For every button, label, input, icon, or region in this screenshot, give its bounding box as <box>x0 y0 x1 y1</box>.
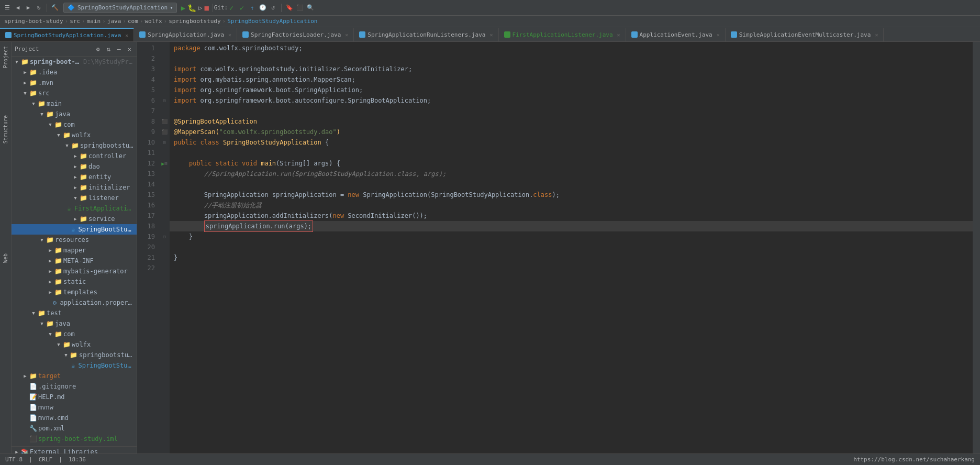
tree-help-md[interactable]: ▶ 📝 HELP.md <box>12 392 137 402</box>
tree-idea[interactable]: ▶ 📁 .idea <box>12 67 137 78</box>
initializer-folder-icon: 📁 <box>80 184 87 191</box>
tab-springbootstudyapplication[interactable]: SpringBootStudyApplication.java ✕ <box>0 28 134 41</box>
project-settings-icon[interactable]: ⚙ <box>94 45 102 53</box>
tab-close-0[interactable]: ✕ <box>125 32 128 38</box>
back-icon[interactable]: ◀ <box>14 4 22 12</box>
tab-close-5[interactable]: ✕ <box>717 32 720 38</box>
tree-static[interactable]: ▶ 📁 static <box>12 276 137 287</box>
tree-test-java[interactable]: ▼ 📁 java <box>12 318 137 329</box>
tree-root[interactable]: ▼ 📁 spring-boot-study D:\MyStudyProject <box>12 57 137 67</box>
tree-iml[interactable]: ▶ ⬛ spring-boot-study.iml <box>12 434 137 444</box>
tree-mybatis-gen[interactable]: ▶ 📁 mybatis-generator <box>12 266 137 276</box>
tree-springbootstudyapp[interactable]: ▶ ☕ SpringBootStudy... <box>12 224 137 235</box>
tab-close-4[interactable]: ✕ <box>617 32 620 38</box>
menu-icon[interactable]: ☰ <box>3 4 12 12</box>
tab-close-2[interactable]: ✕ <box>345 32 348 38</box>
tree-dao[interactable]: ▶ 📁 dao <box>12 161 137 172</box>
run-button[interactable]: ▶ <box>181 4 185 12</box>
project-close-icon[interactable]: ✕ <box>125 45 133 53</box>
tree-mvnw-cmd[interactable]: ▶ 📄 mvnw.cmd <box>12 413 137 423</box>
fold-btn-10[interactable]: ⊟ <box>163 140 165 145</box>
tree-main[interactable]: ▼ 📁 main <box>12 98 137 109</box>
project-gear-icon[interactable]: ⇅ <box>104 45 113 53</box>
testjava-folder-icon: 📁 <box>46 320 53 327</box>
tree-test-sbsapp[interactable]: ▶ ☕ SpringBootStudy... <box>12 360 137 371</box>
git-check2[interactable]: ✓ <box>238 4 246 12</box>
forward-icon[interactable]: ▶ <box>24 4 32 12</box>
tab-springapplicationrunlisteners[interactable]: SpringApplicationRunListeners.java ✕ <box>354 28 498 41</box>
project-more-icon[interactable]: — <box>115 45 123 53</box>
tree-test-wolfx[interactable]: ▼ 📁 wolfx <box>12 339 137 350</box>
git-arrow[interactable]: ↑ <box>248 4 257 12</box>
tree-com[interactable]: ▼ 📁 com <box>12 119 137 130</box>
tab-springapplication[interactable]: SpringApplication.java ✕ <box>134 28 237 41</box>
editor-scrollbar-right[interactable] <box>973 42 980 453</box>
tree-templates[interactable]: ▶ 📁 templates <box>12 287 137 297</box>
breadcrumb-java[interactable]: java <box>107 18 121 25</box>
code-line-10: public class SpringBootStudyApplication … <box>170 137 973 148</box>
linenum-12: 12 <box>137 158 155 169</box>
tree-wolfx[interactable]: ▼ 📁 wolfx <box>12 130 137 140</box>
breadcrumb-root[interactable]: spring-boot-study <box>4 18 63 25</box>
tree-meta-inf[interactable]: ▶ 📁 META-INF <box>12 256 137 266</box>
build-icon[interactable]: 🔨 <box>51 4 59 12</box>
tree-service[interactable]: ▶ 📁 service <box>12 214 137 224</box>
tab-icon-0 <box>5 32 12 38</box>
tree-label-testcom: com <box>63 330 75 338</box>
fold-btn-6[interactable]: ⊟ <box>163 98 165 103</box>
tree-arrow-test: ▼ <box>30 310 37 316</box>
git-undo[interactable]: ↺ <box>269 4 277 12</box>
tree-app-properties[interactable]: ▶ ⚙ application.properties <box>12 297 137 308</box>
coverage-button[interactable]: ▷ <box>198 4 202 12</box>
breadcrumb-src[interactable]: src <box>70 18 80 25</box>
tree-firstapplistener[interactable]: ▶ ☕ FirstApplicationListener <box>12 203 137 214</box>
tree-resources[interactable]: ▼ 📁 resources <box>12 235 137 245</box>
bookmark-icon[interactable]: 🔖 <box>285 4 294 12</box>
tab-close-1[interactable]: ✕ <box>228 32 231 38</box>
breadcrumb-com[interactable]: com <box>128 18 138 25</box>
code-editor[interactable]: package com.wolfx.springbootstudy; impor… <box>170 42 973 453</box>
tree-pom[interactable]: ▶ 🔧 pom.xml <box>12 423 137 434</box>
git-clock[interactable]: 🕐 <box>259 4 267 12</box>
tree-initializer[interactable]: ▶ 📁 initializer <box>12 182 137 193</box>
debug-button[interactable]: 🐛 <box>187 4 196 12</box>
tab-springfactoriesloader[interactable]: SpringFactoriesLoader.java ✕ <box>237 28 354 41</box>
tab-simpleapplicationeventmulticaster[interactable]: SimpleApplicationEventMulticaster.java ✕ <box>726 28 884 41</box>
vtab-web[interactable]: Web <box>2 251 9 265</box>
tree-mvn[interactable]: ▶ 📁 .mvn <box>12 78 137 88</box>
tab-close-6[interactable]: ✕ <box>875 32 878 38</box>
gutter-19: ⊟ <box>159 231 170 242</box>
run-config-box[interactable]: 🔷 SpringBootStudyApplication ▾ <box>63 3 177 13</box>
fold-btn-12[interactable]: ⊟ <box>164 161 167 166</box>
tree-test-com[interactable]: ▼ 📁 com <box>12 329 137 339</box>
vtab-project[interactable]: Project <box>2 44 9 70</box>
breadcrumb-springbootstudy[interactable]: springbootstudy <box>169 18 220 25</box>
tree-src[interactable]: ▼ 📁 src <box>12 88 137 98</box>
tab-close-3[interactable]: ✕ <box>489 32 493 38</box>
breadcrumb-class[interactable]: SpringBootStudyApplication <box>227 18 317 25</box>
tree-mapper[interactable]: ▶ 📁 mapper <box>12 245 137 256</box>
tree-mvnw[interactable]: ▶ 📄 mvnw <box>12 402 137 413</box>
find-icon[interactable]: 🔍 <box>306 4 315 12</box>
tree-target[interactable]: ▶ 📁 target <box>12 371 137 381</box>
tab-applicationevent[interactable]: ApplicationEvent.java ✕ <box>626 28 726 41</box>
breadcrumb-main[interactable]: main <box>87 18 101 25</box>
breadcrumb-wolfx[interactable]: wolfx <box>144 18 162 25</box>
tree-entity[interactable]: ▶ 📁 entity <box>12 172 137 182</box>
code-line-18: springApplication.run(args); <box>170 221 973 231</box>
tree-test-sbs[interactable]: ▼ 📁 springbootstudy <box>12 350 137 360</box>
tree-listener[interactable]: ▼ 📁 listener <box>12 193 137 203</box>
tree-springbootstudy[interactable]: ▼ 📁 springbootstudy <box>12 140 137 151</box>
tree-java[interactable]: ▼ 📁 java <box>12 109 137 119</box>
terminal-icon[interactable]: ⬛ <box>296 4 304 12</box>
git-check1[interactable]: ✓ <box>227 4 236 12</box>
fold-btn-19[interactable]: ⊟ <box>163 234 165 239</box>
vtab-structure[interactable]: Structure <box>2 113 9 146</box>
tab-firstapplicationlistener[interactable]: FirstApplicationListener.java ✕ <box>499 28 626 41</box>
refresh-icon[interactable]: ↻ <box>35 4 43 12</box>
tree-test[interactable]: ▼ 📁 test <box>12 308 137 318</box>
stop-button[interactable]: ■ <box>204 4 208 12</box>
tree-ext-libs[interactable]: ▶ 📚 External Libraries <box>12 446 137 453</box>
tree-gitignore[interactable]: ▶ 📄 .gitignore <box>12 381 137 392</box>
tree-controller[interactable]: ▶ 📁 controller <box>12 151 137 161</box>
